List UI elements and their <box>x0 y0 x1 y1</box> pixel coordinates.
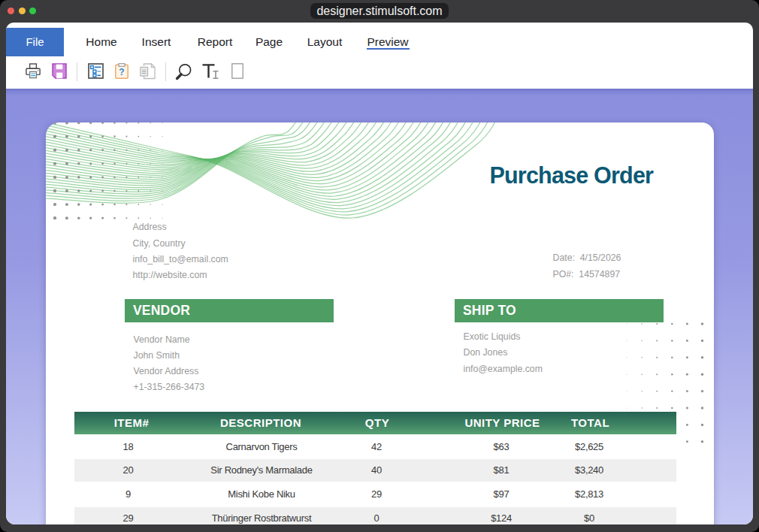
svg-text:?: ? <box>119 67 124 77</box>
